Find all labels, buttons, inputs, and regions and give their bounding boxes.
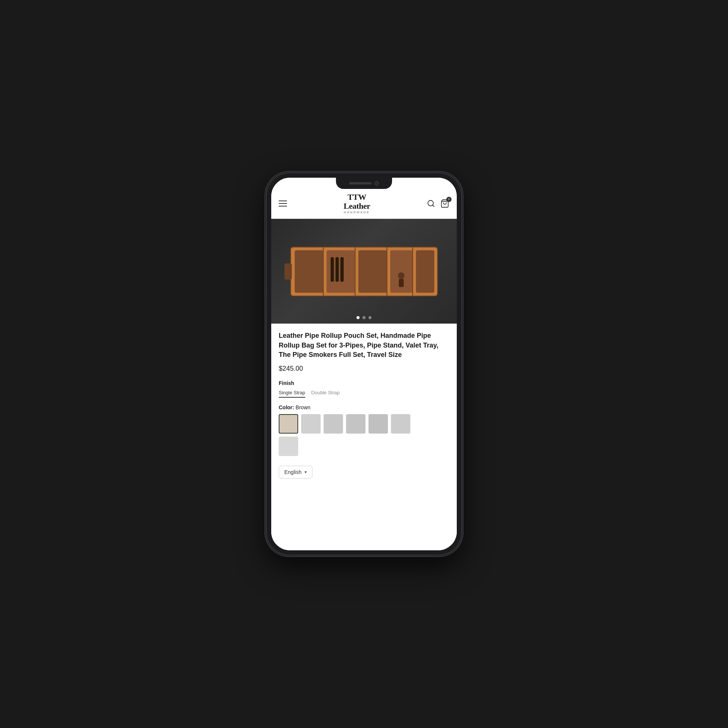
notch-speaker — [349, 182, 372, 184]
logo-text: TTW Leather — [287, 193, 427, 211]
hamburger-menu-icon[interactable] — [279, 200, 287, 206]
image-carousel[interactable] — [271, 219, 457, 324]
swatch-grey5[interactable] — [391, 414, 410, 434]
cart-badge: 0 — [446, 197, 451, 202]
swatch-grey6[interactable] — [279, 437, 298, 456]
leather-bag-svg — [283, 234, 445, 309]
finish-label: Finish — [279, 380, 449, 386]
language-selector[interactable]: English ▾ — [279, 466, 312, 479]
header-icons: 0 — [427, 199, 449, 208]
svg-line-1 — [433, 205, 434, 206]
color-label: Color: Brown — [279, 404, 449, 410]
swatch-grey3[interactable] — [346, 414, 366, 434]
swatch-grey2[interactable] — [324, 414, 343, 434]
color-swatches-row2 — [279, 437, 449, 456]
carousel-dot-3[interactable] — [369, 316, 372, 319]
color-swatches — [279, 414, 449, 434]
svg-rect-11 — [336, 257, 339, 281]
carousel-dots — [356, 316, 372, 319]
svg-point-13 — [398, 272, 404, 279]
product-title: Leather Pipe Rollup Pouch Set, Handmade … — [279, 331, 449, 359]
svg-rect-14 — [399, 279, 404, 287]
notch-camera — [375, 181, 379, 185]
logo-sub: HANDMADE — [287, 211, 427, 214]
language-text: English — [284, 469, 301, 475]
finish-options: Single Strap Double Strap — [279, 390, 449, 398]
svg-rect-10 — [331, 257, 334, 281]
svg-rect-8 — [416, 250, 434, 292]
cart-wrapper[interactable]: 0 — [440, 199, 449, 208]
product-info: Leather Pipe Rollup Pouch Set, Handmade … — [271, 324, 457, 550]
finish-section: Finish Single Strap Double Strap — [279, 380, 449, 398]
color-section: Color: Brown — [279, 404, 449, 456]
swatch-grey1[interactable] — [301, 414, 321, 434]
phone-screen: TTW Leather HANDMADE — [271, 178, 457, 550]
search-icon[interactable] — [427, 199, 435, 208]
carousel-dot-2[interactable] — [362, 316, 366, 319]
notch — [336, 178, 392, 189]
phone-frame: TTW Leather HANDMADE — [267, 173, 461, 555]
chevron-down-icon: ▾ — [304, 470, 307, 475]
product-image — [271, 219, 457, 324]
finish-option-single-strap[interactable]: Single Strap — [279, 390, 305, 398]
color-name-value: Brown — [295, 404, 310, 410]
product-price: $245.00 — [279, 365, 449, 373]
swatch-grey4[interactable] — [369, 414, 388, 434]
swatch-brown[interactable] — [279, 414, 298, 434]
finish-option-double-strap[interactable]: Double Strap — [311, 390, 340, 398]
svg-rect-12 — [340, 257, 344, 281]
logo-area[interactable]: TTW Leather HANDMADE — [287, 193, 427, 214]
svg-rect-6 — [358, 250, 387, 292]
carousel-dot-1[interactable] — [356, 316, 359, 319]
svg-rect-4 — [295, 250, 323, 292]
